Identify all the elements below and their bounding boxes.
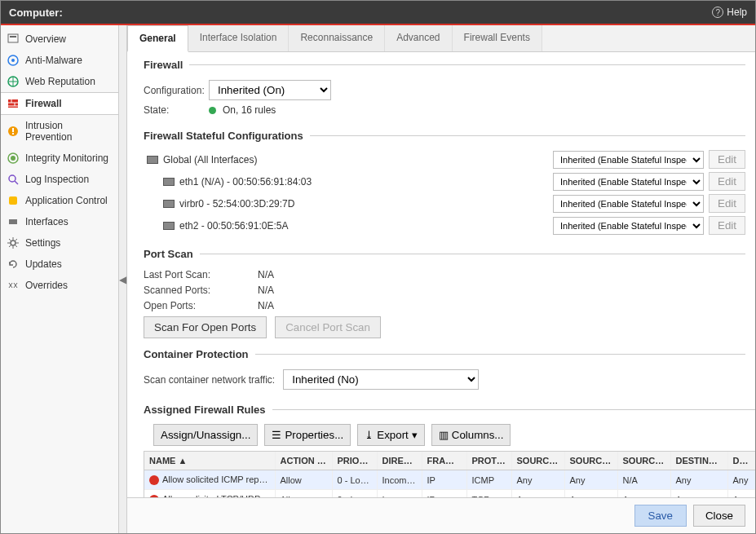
sidebar-item-updates[interactable]: Updates — [1, 254, 118, 275]
assign-unassign-button[interactable]: Assign/Unassign... — [153, 424, 258, 446]
tab-reconnaissance[interactable]: Reconnaissance — [289, 25, 385, 51]
col-protocol[interactable]: PROTO... — [466, 452, 511, 470]
sidebar-item-application-control[interactable]: Application Control — [1, 190, 118, 211]
section-portscan: Port Scan Last Port Scan:N/A Scanned Por… — [144, 248, 745, 338]
section-assigned-rules: Assigned Firewall Rules Assign/Unassign.… — [144, 404, 755, 497]
state-value: On, 16 rules — [223, 104, 276, 116]
nic-icon — [163, 200, 175, 208]
chevron-down-icon: ▾ — [412, 429, 418, 441]
svg-rect-13 — [9, 196, 17, 205]
section-stateful-legend: Firewall Stateful Configurations — [144, 130, 310, 142]
sidebar-item-overview[interactable]: Overview — [1, 29, 118, 50]
iface-label: Global (All Interfaces) — [163, 154, 257, 165]
sidebar-item-label: Log Inspection — [25, 174, 89, 185]
edit-button[interactable]: Edit — [709, 194, 745, 213]
edit-button[interactable]: Edit — [709, 150, 745, 169]
content-scroll[interactable]: Firewall Configuration: Inherited (On) S… — [127, 52, 755, 497]
tab-general[interactable]: General — [127, 25, 188, 52]
nic-icon — [163, 178, 175, 186]
col-source-mac[interactable]: SOURCE M... — [564, 452, 617, 470]
sidebar-item-label: Overview — [25, 33, 66, 45]
sidebar-item-label: Anti-Malware — [25, 55, 82, 66]
configuration-label: Configuration: — [144, 85, 209, 96]
tab-firewall-events[interactable]: Firewall Events — [453, 25, 542, 51]
save-button[interactable]: Save — [634, 505, 687, 527]
properties-icon: ☰ — [272, 429, 281, 441]
state-status-dot — [209, 107, 216, 114]
help-label: Help — [727, 7, 747, 18]
sidebar-item-overrides[interactable]: Overrides — [1, 275, 118, 296]
sidebar-item-label: Intrusion Prevention — [25, 120, 112, 143]
sidebar-item-integrity-monitoring[interactable]: Integrity Monitoring — [1, 148, 118, 169]
close-button[interactable]: Close — [693, 505, 745, 527]
interfaces-icon — [7, 216, 19, 227]
sidebar: Overview Anti-Malware Web Reputation Fir… — [1, 25, 119, 533]
col-direction[interactable]: DIRECTI... — [377, 452, 422, 470]
export-icon: ⤓ — [365, 429, 374, 441]
cancel-port-scan-button[interactable]: Cancel Port Scan — [275, 316, 381, 338]
sidebar-item-intrusion-prevention[interactable]: Intrusion Prevention — [1, 115, 118, 148]
sidebar-collapse-handle[interactable]: ◀ — [119, 25, 127, 533]
configuration-select[interactable]: Inherited (On) — [209, 80, 331, 100]
stateful-select-eth2[interactable]: Inherited (Enable Stateful Inspection) — [553, 217, 704, 235]
sidebar-item-label: Overrides — [25, 280, 68, 291]
sidebar-item-firewall[interactable]: Firewall — [1, 92, 118, 115]
scanned-ports-label: Scanned Ports: — [144, 285, 258, 296]
col-de[interactable]: DE... — [727, 452, 755, 470]
col-name[interactable]: NAME ▲ — [144, 452, 275, 470]
svg-point-3 — [11, 59, 15, 62]
rules-toolbar: Assign/Unassign... ☰Properties... ⤓Expor… — [153, 424, 755, 446]
iface-label: eth1 (N/A) - 00:50:56:91:84:03 — [179, 176, 312, 188]
col-destination[interactable]: DESTINATI... — [670, 452, 727, 470]
log-inspection-icon — [7, 174, 19, 185]
state-label: State: — [144, 104, 209, 116]
sidebar-item-label: Updates — [25, 258, 62, 270]
col-action-type[interactable]: ACTION TYP... — [275, 452, 332, 470]
tab-bar: General Interface Isolation Reconnaissan… — [127, 25, 755, 52]
columns-button[interactable]: ▥Columns... — [431, 424, 511, 446]
rule-icon — [149, 495, 159, 497]
properties-button[interactable]: ☰Properties... — [264, 424, 351, 446]
edit-button[interactable]: Edit — [709, 172, 745, 191]
table-row[interactable]: Allow solicited TCP/UDP replies Allow0 -… — [144, 490, 755, 497]
sidebar-item-label: Integrity Monitoring — [25, 152, 108, 164]
sidebar-item-settings[interactable]: Settings — [1, 232, 118, 254]
tab-interface-isolation[interactable]: Interface Isolation — [188, 25, 290, 51]
body: Overview Anti-Malware Web Reputation Fir… — [1, 25, 755, 533]
col-source-port[interactable]: SOURCE P... — [617, 452, 670, 470]
updates-icon — [7, 258, 19, 270]
tab-advanced[interactable]: Advanced — [385, 25, 452, 51]
svg-point-10 — [11, 156, 15, 161]
stateful-select-global[interactable]: Inherited (Enable Stateful Inspection) — [553, 151, 704, 169]
sidebar-item-interfaces[interactable]: Interfaces — [1, 211, 118, 232]
edit-button[interactable]: Edit — [709, 216, 745, 235]
sidebar-item-log-inspection[interactable]: Log Inspection — [1, 169, 118, 190]
nic-icon — [163, 222, 175, 230]
columns-icon: ▥ — [439, 429, 449, 441]
col-priority[interactable]: PRIORI... — [332, 452, 377, 470]
stateful-select-eth1[interactable]: Inherited (Enable Stateful Inspection) — [553, 173, 704, 191]
table-row[interactable]: Allow solicited ICMP replies Allow0 - Lo… — [144, 470, 755, 490]
rules-table: NAME ▲ ACTION TYP... PRIORI... DIRECTI..… — [144, 451, 755, 497]
scan-for-open-ports-button[interactable]: Scan For Open Ports — [144, 316, 267, 338]
footer: Save Close — [127, 497, 755, 533]
help-link[interactable]: ? Help — [712, 7, 747, 18]
stateful-row-virbr0: virbr0 - 52:54:00:3D:29:7D Inherited (En… — [147, 194, 745, 213]
open-ports-label: Open Ports: — [144, 300, 258, 311]
sidebar-item-web-reputation[interactable]: Web Reputation — [1, 71, 118, 92]
container-traffic-label: Scan container network traffic: — [144, 374, 275, 386]
col-frame-type[interactable]: FRAME T... — [422, 452, 466, 470]
web-reputation-icon — [7, 76, 19, 87]
stateful-select-virbr0[interactable]: Inherited (Enable Stateful Inspection) — [553, 195, 704, 213]
stateful-row-global: Global (All Interfaces) Inherited (Enabl… — [147, 150, 745, 169]
col-source-ip[interactable]: SOURCE IP — [511, 452, 564, 470]
sidebar-item-anti-malware[interactable]: Anti-Malware — [1, 50, 118, 71]
last-port-scan-value: N/A — [258, 269, 274, 280]
table-header-row: NAME ▲ ACTION TYP... PRIORI... DIRECTI..… — [144, 452, 755, 470]
scanned-ports-value: N/A — [258, 285, 274, 296]
sidebar-item-label: Web Reputation — [25, 76, 95, 87]
overrides-icon — [7, 280, 19, 291]
export-button[interactable]: ⤓Export▾ — [357, 424, 425, 446]
svg-rect-1 — [10, 36, 16, 38]
container-traffic-select[interactable]: Inherited (No) — [283, 369, 479, 390]
